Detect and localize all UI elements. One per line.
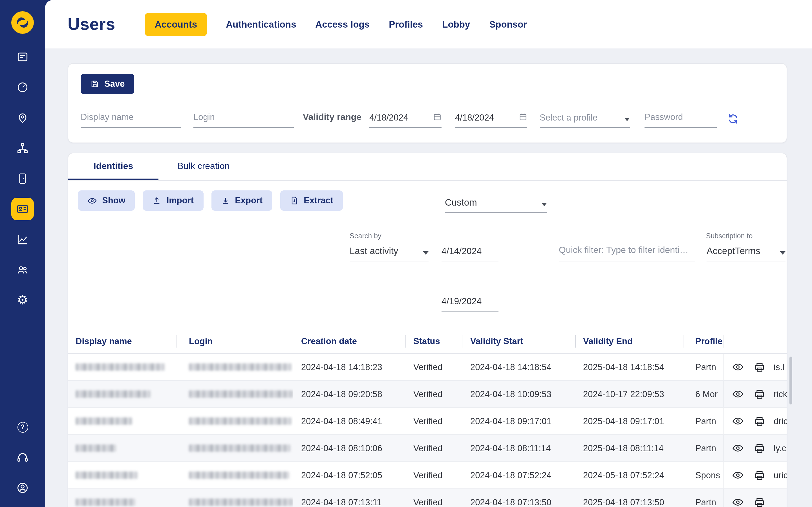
table-row[interactable]: 2024-04-18 09:20:58 Verified 2024-04-18 … <box>68 381 786 408</box>
calendar-icon <box>433 113 442 123</box>
extract-button[interactable]: Extract <box>280 190 343 211</box>
panel-tab-identities[interactable]: Identities <box>68 153 158 180</box>
validity-end-date-picker[interactable]: 4/18/2024 <box>455 113 527 128</box>
view-identity-icon[interactable] <box>732 388 744 400</box>
cell-creation-date: 2024-04-18 07:13:11 <box>293 489 405 507</box>
profile-select[interactable]: Select a profile <box>540 113 630 128</box>
search-by-value: Last activity <box>350 245 398 256</box>
show-button[interactable]: Show <box>78 190 135 211</box>
support-icon[interactable] <box>11 446 34 469</box>
table-row[interactable]: 2024-04-18 14:18:23 Verified 2024-04-18 … <box>68 354 786 381</box>
panel-tabs: IdentitiesBulk creation <box>68 153 786 181</box>
activity-date-to-value: 4/19/2024 <box>442 296 481 306</box>
cell-actions: rick <box>723 381 787 407</box>
audience-icon[interactable] <box>11 259 34 281</box>
card-icon[interactable] <box>11 46 34 68</box>
cell-profile: Partn <box>683 354 723 380</box>
print-identity-icon[interactable] <box>754 497 765 507</box>
door-icon[interactable] <box>11 167 34 190</box>
cell-actions <box>723 489 787 507</box>
show-button-label: Show <box>102 195 125 206</box>
table-header: Display nameLoginCreation dateStatusVali… <box>68 329 786 354</box>
view-identity-icon[interactable] <box>732 469 744 481</box>
tab-authentications[interactable]: Authentications <box>226 13 296 36</box>
display-name-input[interactable] <box>81 110 181 128</box>
tab-sponsor[interactable]: Sponsor <box>489 13 527 36</box>
date-range-preset-select[interactable]: Custom <box>445 194 547 213</box>
clipped-edge-text: dric <box>774 416 787 426</box>
cell-display-name <box>68 408 176 434</box>
tab-accounts[interactable]: Accounts <box>145 13 207 36</box>
tab-profiles[interactable]: Profiles <box>389 13 423 36</box>
clipped-edge-text: uric <box>774 470 787 480</box>
column-header-validity-end: Validity End <box>575 329 683 353</box>
brand-logo <box>11 11 34 34</box>
save-button[interactable]: Save <box>81 74 134 94</box>
table-row[interactable]: 2024-04-18 07:13:11 Verified 2024-04-18 … <box>68 489 786 507</box>
print-identity-icon[interactable] <box>754 388 765 400</box>
chevron-down-icon <box>624 118 630 121</box>
tab-lobby[interactable]: Lobby <box>442 13 470 36</box>
cell-creation-date: 2024-04-18 07:52:05 <box>293 462 405 489</box>
analytics-icon[interactable] <box>11 228 34 251</box>
dashboard-icon[interactable] <box>11 76 34 99</box>
cell-login <box>176 381 293 407</box>
print-identity-icon[interactable] <box>754 443 765 454</box>
activity-date-from-value: 4/14/2024 <box>442 246 481 256</box>
topology-icon[interactable] <box>11 137 34 159</box>
cell-profile: Partn <box>683 408 723 434</box>
password-input[interactable] <box>645 110 717 128</box>
table-row[interactable]: 2024-04-18 07:52:05 Verified 2024-04-18 … <box>68 462 786 489</box>
cell-login <box>176 489 293 507</box>
validity-start-date-picker[interactable]: 4/18/2024 <box>369 113 442 128</box>
print-identity-icon[interactable] <box>754 415 765 427</box>
login-input[interactable] <box>193 110 294 128</box>
export-button[interactable]: Export <box>211 190 272 211</box>
identities-icon[interactable] <box>11 198 34 220</box>
redacted-login <box>189 499 293 506</box>
profile-select-value: Select a profile <box>540 113 598 123</box>
cell-actions: is.l <box>723 354 787 380</box>
cell-validity-end: 2025-04-18 14:18:54 <box>575 354 683 380</box>
cell-display-name <box>68 381 176 407</box>
cell-actions: dric <box>723 408 787 434</box>
print-identity-icon[interactable] <box>754 469 765 481</box>
activity-date-from-picker[interactable]: 4/14/2024 <box>442 242 499 262</box>
view-identity-icon[interactable] <box>732 496 744 507</box>
redacted-display-name <box>75 417 132 425</box>
quick-filter-input[interactable] <box>559 242 695 262</box>
redacted-display-name <box>75 445 116 452</box>
location-icon[interactable] <box>11 107 34 129</box>
search-by-select[interactable]: Last activity <box>350 242 428 262</box>
cell-status: Verified <box>405 408 462 434</box>
import-button-label: Import <box>167 195 194 206</box>
cell-actions: uric <box>723 462 787 489</box>
chevron-down-icon <box>541 203 547 206</box>
tab-access-logs[interactable]: Access logs <box>315 13 370 36</box>
print-identity-icon[interactable] <box>754 361 765 373</box>
search-by-label: Search by <box>350 232 382 240</box>
panel-tab-bulk-creation[interactable]: Bulk creation <box>158 153 249 180</box>
view-identity-icon[interactable] <box>732 361 744 373</box>
table-row[interactable]: 2024-04-18 08:49:41 Verified 2024-04-18 … <box>68 408 786 435</box>
cell-status: Verified <box>405 462 462 489</box>
cell-creation-date: 2024-04-18 14:18:23 <box>293 354 405 380</box>
table-row[interactable]: 2024-04-18 08:10:06 Verified 2024-04-18 … <box>68 435 786 462</box>
account-icon[interactable] <box>11 476 34 499</box>
cell-validity-end: 2024-10-17 22:09:53 <box>575 381 683 407</box>
redacted-display-name <box>75 499 135 506</box>
activity-date-to-picker[interactable]: 4/19/2024 <box>442 292 499 312</box>
settings-icon[interactable]: ⚙ <box>11 289 34 312</box>
view-identity-icon[interactable] <box>732 442 744 454</box>
cell-display-name <box>68 462 176 489</box>
identities-table: Display nameLoginCreation dateStatusVali… <box>68 329 786 507</box>
subscription-select[interactable]: AcceptTerms <box>707 242 785 262</box>
vertical-scrollbar[interactable] <box>790 356 792 404</box>
help-icon[interactable]: ? <box>11 416 34 438</box>
view-identity-icon[interactable] <box>732 415 744 427</box>
import-button[interactable]: Import <box>143 190 203 211</box>
validity-start-value: 4/18/2024 <box>369 113 408 123</box>
app-window: ⚙ ? Users AccountsAuthenticationsAccess … <box>0 0 812 507</box>
cell-profile: Partn <box>683 435 723 461</box>
generate-password-icon[interactable] <box>727 113 739 125</box>
